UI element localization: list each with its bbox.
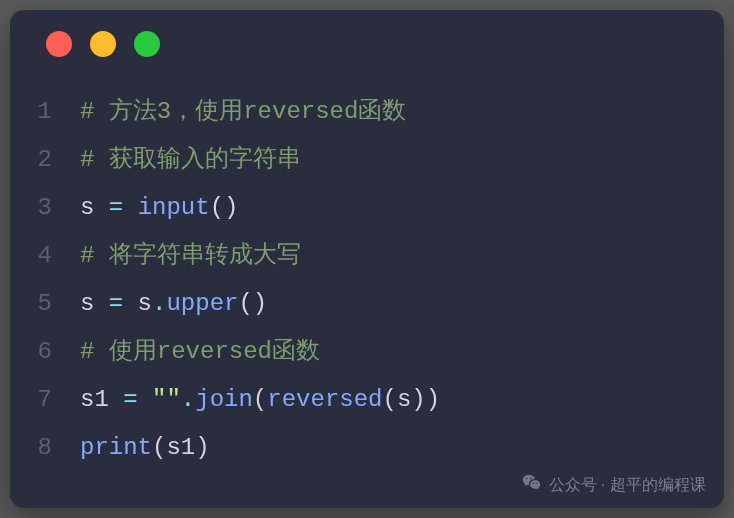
- maximize-icon[interactable]: [134, 31, 160, 57]
- token-operator: =: [123, 386, 137, 413]
- token-comment: # 方法3，使用reversed函数: [80, 98, 406, 125]
- token-comment: # 将字符串转成大写: [80, 242, 301, 269]
- code-content: # 方法3，使用reversed函数: [80, 88, 724, 136]
- token-func: upper: [166, 290, 238, 317]
- line-number: 3: [10, 184, 80, 232]
- line-number: 8: [10, 424, 80, 472]
- code-line: 1# 方法3，使用reversed函数: [10, 88, 724, 136]
- code-line: 6# 使用reversed函数: [10, 328, 724, 376]
- token-paren: (: [382, 386, 396, 413]
- token-paren: (: [253, 386, 267, 413]
- code-content: s = s.upper(): [80, 280, 724, 328]
- code-content: s1 = "".join(reversed(s)): [80, 376, 724, 424]
- token-default: s: [80, 194, 109, 221]
- token-operator: =: [109, 290, 123, 317]
- code-content: # 获取输入的字符串: [80, 136, 724, 184]
- token-default: [123, 194, 137, 221]
- code-line: 3s = input(): [10, 184, 724, 232]
- token-func: print: [80, 434, 152, 461]
- token-operator: .: [152, 290, 166, 317]
- token-func: join: [195, 386, 253, 413]
- token-string: "": [152, 386, 181, 413]
- code-content: s = input(): [80, 184, 724, 232]
- line-number: 4: [10, 232, 80, 280]
- token-comment: # 获取输入的字符串: [80, 146, 301, 173]
- token-func: input: [138, 194, 210, 221]
- token-comment: # 使用reversed函数: [80, 338, 320, 365]
- line-number: 5: [10, 280, 80, 328]
- minimize-icon[interactable]: [90, 31, 116, 57]
- code-content: # 使用reversed函数: [80, 328, 724, 376]
- watermark-text: 公众号 · 超平的编程课: [549, 475, 706, 496]
- close-icon[interactable]: [46, 31, 72, 57]
- code-editor: 1# 方法3，使用reversed函数2# 获取输入的字符串3s = input…: [10, 78, 724, 472]
- token-default: s: [80, 290, 109, 317]
- code-line: 7s1 = "".join(reversed(s)): [10, 376, 724, 424]
- wechat-icon: [521, 472, 543, 498]
- line-number: 2: [10, 136, 80, 184]
- token-default: s1: [166, 434, 195, 461]
- token-operator: =: [109, 194, 123, 221]
- token-paren: )): [411, 386, 440, 413]
- token-default: s: [123, 290, 152, 317]
- watermark: 公众号 · 超平的编程课: [521, 472, 706, 498]
- code-line: 4# 将字符串转成大写: [10, 232, 724, 280]
- code-line: 8print(s1): [10, 424, 724, 472]
- token-paren: ): [195, 434, 209, 461]
- line-number: 7: [10, 376, 80, 424]
- window-titlebar: [10, 10, 724, 78]
- token-default: s: [397, 386, 411, 413]
- token-default: [138, 386, 152, 413]
- token-paren: (): [210, 194, 239, 221]
- line-number: 6: [10, 328, 80, 376]
- code-content: # 将字符串转成大写: [80, 232, 724, 280]
- token-paren: (: [152, 434, 166, 461]
- code-line: 5s = s.upper(): [10, 280, 724, 328]
- code-content: print(s1): [80, 424, 724, 472]
- token-func: reversed: [267, 386, 382, 413]
- code-line: 2# 获取输入的字符串: [10, 136, 724, 184]
- token-paren: (): [238, 290, 267, 317]
- token-default: s1: [80, 386, 123, 413]
- token-operator: .: [181, 386, 195, 413]
- line-number: 1: [10, 88, 80, 136]
- code-window: 1# 方法3，使用reversed函数2# 获取输入的字符串3s = input…: [10, 10, 724, 508]
